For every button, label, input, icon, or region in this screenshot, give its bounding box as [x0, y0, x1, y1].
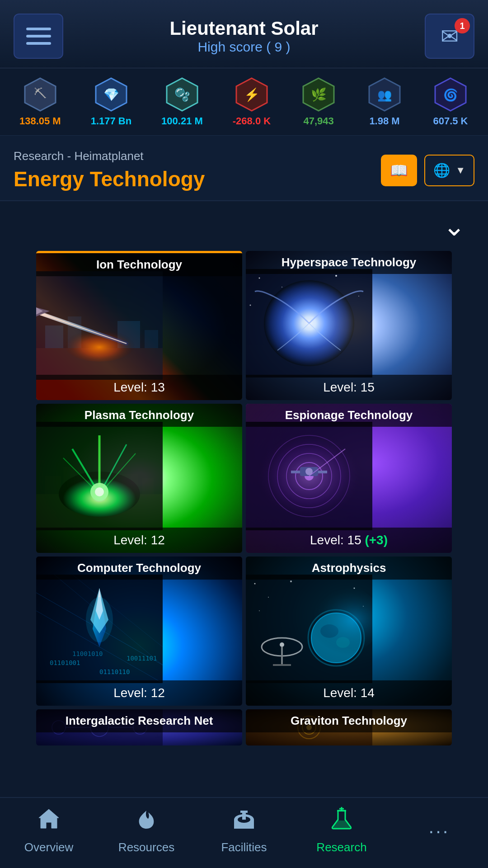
svg-rect-38 [142, 478, 154, 494]
tech-level-plasma: Level: 12 [36, 528, 242, 553]
tech-card-computer[interactable]: Computer Technology [36, 557, 242, 706]
nav-item-overview[interactable]: Overview [13, 807, 85, 854]
player-name: Lieutenant Solar [63, 18, 425, 39]
research-header: Research - Heimatplanet Energy Technolog… [0, 136, 488, 201]
tech-level-hyperspace: Level: 15 [246, 375, 452, 400]
metal-hex-icon: ⛏ [22, 76, 58, 113]
book-icon: 📖 [390, 162, 408, 179]
svg-rect-107 [337, 810, 346, 811]
population-hex-icon: 👥 [366, 76, 403, 113]
deuterium-value: 100.21 M [161, 115, 203, 127]
resources-bar: ⛏ 138.05 M 💎 1.177 Bn 🫧 100.21 M ⚡ [0, 68, 488, 136]
population-value: 1.98 M [369, 115, 399, 127]
svg-text:01101001: 01101001 [50, 659, 80, 666]
globe-dropdown-button[interactable]: 🌐 ▼ [424, 155, 474, 186]
tech-card-hyperspace[interactable]: Hyperspace Technology [246, 251, 452, 400]
svg-point-76 [259, 610, 260, 611]
chevron-down-icon: ▼ [455, 165, 465, 176]
tech-label-ion: Ion Technology [36, 253, 242, 276]
bottom-nav: Overview Resources Facilities [0, 797, 488, 868]
svg-point-74 [268, 597, 269, 598]
energy-hex-icon: ⚡ [234, 76, 270, 113]
research-controls: 📖 🌐 ▼ [381, 155, 474, 186]
svg-point-87 [280, 642, 284, 647]
tech-label-graviton: Graviton Technology [246, 709, 452, 732]
svg-point-71 [86, 597, 113, 642]
svg-point-27 [282, 287, 282, 288]
svg-marker-99 [39, 809, 59, 828]
resource-crystal[interactable]: 💎 1.177 Bn [91, 76, 132, 127]
nav-item-research[interactable]: Research [305, 807, 378, 854]
mail-badge: 1 [455, 18, 470, 33]
expand-chevron-icon[interactable]: ⌄ [443, 210, 465, 242]
svg-point-75 [290, 580, 292, 582]
svg-rect-55 [291, 471, 300, 473]
svg-rect-19 [145, 330, 158, 348]
nav-item-facilities[interactable]: Facilities [208, 807, 280, 854]
crystal-hex-icon: 💎 [93, 76, 129, 113]
menu-button[interactable] [14, 14, 63, 59]
tech-card-espionage[interactable]: Espionage Technology [246, 404, 452, 553]
facilities-icon [232, 807, 256, 836]
resource-plants[interactable]: 🌿 47,943 [300, 76, 337, 127]
header: Lieutenant Solar High score ( 9 ) ✉ 1 [0, 0, 488, 68]
dropdown-area: ⌄ [0, 201, 488, 251]
svg-point-73 [254, 583, 256, 585]
crystal-value: 1.177 Bn [91, 115, 132, 127]
nav-label-facilities: Facilities [221, 840, 267, 854]
tech-level-computer: Level: 12 [36, 680, 242, 706]
tech-level-astrophysics: Level: 14 [246, 680, 452, 706]
svg-rect-16 [45, 326, 63, 348]
svg-point-28 [335, 275, 337, 277]
mail-button[interactable]: ✉ 1 [425, 14, 474, 59]
svg-text:🌿: 🌿 [311, 87, 327, 102]
tech-grid: Ion Technology [36, 251, 452, 745]
dark-matter-value: 607.5 K [433, 115, 468, 127]
tech-level-espionage: Level: 15 (+3) [246, 528, 452, 553]
energy-value: -268.0 K [233, 115, 271, 127]
plants-hex-icon: 🌿 [300, 76, 337, 113]
tech-label-plasma: Plasma Technology [36, 404, 242, 427]
tech-label-espionage: Espionage Technology [246, 404, 452, 427]
book-button[interactable]: 📖 [381, 155, 417, 186]
resource-deuterium[interactable]: 🫧 100.21 M [161, 76, 203, 127]
header-title-area: Lieutenant Solar High score ( 9 ) [63, 18, 425, 55]
svg-text:01110110: 01110110 [99, 668, 130, 675]
svg-rect-56 [318, 471, 327, 473]
nav-label-overview: Overview [24, 840, 73, 854]
svg-rect-34 [45, 476, 61, 494]
tech-card-astrophysics[interactable]: Astrophysics [246, 557, 452, 706]
svg-text:💎: 💎 [103, 87, 119, 102]
nav-label-research: Research [316, 840, 366, 854]
svg-point-46 [95, 487, 104, 496]
resource-metal[interactable]: ⛏ 138.05 M [19, 76, 61, 127]
tech-card-graviton[interactable]: Graviton Technology [246, 709, 452, 745]
svg-text:10011101: 10011101 [127, 655, 157, 662]
resource-dark-matter[interactable]: 🌀 607.5 K [432, 76, 469, 127]
research-main-title: Energy Technology [14, 167, 205, 191]
dark-matter-hex-icon: 🌀 [432, 76, 469, 113]
research-title-area: Research - Heimatplanet Energy Technolog… [14, 149, 205, 191]
svg-text:11001010: 11001010 [72, 650, 103, 657]
tech-level-ion: Level: 13 [36, 375, 242, 400]
hamburger-icon [26, 28, 51, 45]
tech-card-plasma[interactable]: Plasma Technology [36, 404, 242, 553]
tech-label-hyperspace: Hyperspace Technology [246, 251, 452, 274]
nav-item-more[interactable]: ··· [403, 820, 475, 842]
espionage-bonus: (+3) [365, 533, 388, 547]
home-icon [37, 807, 61, 836]
svg-point-30 [250, 305, 251, 306]
svg-text:🫧: 🫧 [174, 87, 190, 102]
tech-label-intergalactic: Intergalactic Research Net [36, 709, 242, 732]
nav-item-resources[interactable]: Resources [110, 807, 183, 854]
deuterium-hex-icon: 🫧 [164, 76, 200, 113]
globe-icon: 🌐 [433, 162, 450, 178]
tech-card-intergalactic[interactable]: Intergalactic Research Net [36, 709, 242, 745]
resources-icon [135, 807, 158, 836]
svg-text:🌀: 🌀 [443, 88, 458, 102]
nav-label-resources: Resources [118, 840, 174, 854]
resource-energy[interactable]: ⚡ -268.0 K [233, 76, 271, 127]
tech-card-ion[interactable]: Ion Technology [36, 251, 242, 400]
resource-population[interactable]: 👥 1.98 M [366, 76, 403, 127]
research-icon [330, 807, 353, 836]
